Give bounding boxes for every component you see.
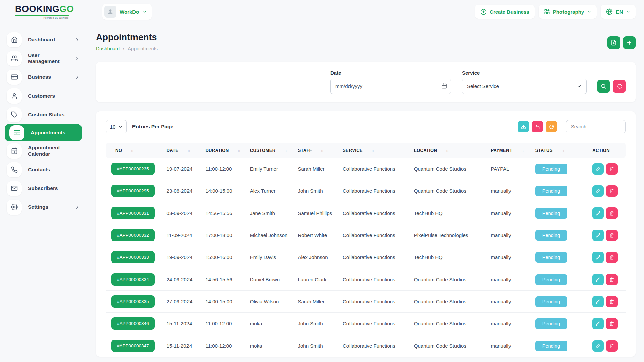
- cell-staff: Alex Johnson: [294, 246, 339, 268]
- refresh-button[interactable]: [546, 121, 557, 132]
- status-badge[interactable]: Pending: [535, 296, 567, 307]
- edit-button[interactable]: [592, 252, 604, 263]
- column-header-status[interactable]: STATUS↑↓: [532, 143, 589, 158]
- edit-button[interactable]: [592, 207, 604, 219]
- status-badge[interactable]: Pending: [535, 164, 567, 174]
- cell-service: Collaborative Functions: [339, 224, 411, 246]
- appointment-no-badge[interactable]: #APP00000333: [111, 251, 155, 263]
- service-select[interactable]: Select Service: [462, 79, 587, 94]
- chevron-right-icon: [75, 75, 80, 80]
- table-header-row: NO↑↓ DATE↑↓ DURATION↑↓ CUSTOMER↑↓ STAFF↑…: [106, 143, 626, 158]
- delete-button[interactable]: [606, 230, 618, 241]
- sidebar-item-user-management[interactable]: User Management: [0, 49, 87, 68]
- appointment-no-badge[interactable]: #APP00000334: [111, 273, 155, 286]
- status-badge[interactable]: Pending: [535, 318, 567, 329]
- delete-button[interactable]: [606, 252, 618, 263]
- edit-button[interactable]: [592, 274, 604, 285]
- edit-button[interactable]: [592, 185, 604, 197]
- user-icon: [7, 88, 22, 104]
- search-icon: [601, 83, 606, 89]
- sidebar-item-custom-status[interactable]: Custom Status: [0, 105, 87, 124]
- column-header-location[interactable]: LOCATION↑↓: [411, 143, 488, 158]
- page-title: Appointments: [96, 32, 158, 43]
- calendar-icon[interactable]: [441, 83, 447, 89]
- appointment-no-badge[interactable]: #APP00000335: [111, 295, 155, 308]
- sidebar-item-customers[interactable]: Customers: [0, 86, 87, 105]
- appointment-no-badge[interactable]: #APP00000346: [111, 317, 155, 330]
- cell-date: 03-09-2024: [163, 202, 202, 224]
- chevron-right-icon: [75, 37, 80, 42]
- status-badge[interactable]: Pending: [535, 208, 567, 219]
- cell-staff: Sarah Miller: [294, 158, 339, 180]
- export-button[interactable]: [607, 36, 620, 49]
- sidebar-item-subscribers[interactable]: Subscribers: [0, 179, 87, 198]
- entries-per-page-label: Entries Per Page: [132, 124, 173, 130]
- status-badge[interactable]: Pending: [535, 186, 567, 196]
- brand-logo[interactable]: BOOKINGGO Powered By WorkDo: [15, 5, 86, 19]
- language-dropdown[interactable]: EN: [601, 5, 636, 19]
- column-header-no[interactable]: NO↑↓: [106, 143, 163, 158]
- appointment-no-badge[interactable]: #APP00000295: [111, 185, 155, 197]
- chevron-right-icon: [75, 56, 80, 61]
- edit-button[interactable]: [592, 318, 604, 329]
- sidebar-item-contacts[interactable]: Contacts: [0, 160, 87, 179]
- create-business-button[interactable]: Create Business: [475, 5, 535, 19]
- home-icon: [7, 32, 22, 47]
- undo-button[interactable]: [532, 121, 543, 132]
- column-header-staff[interactable]: STAFF↑↓: [294, 143, 339, 158]
- cell-duration: 14:56-15:56: [202, 268, 246, 291]
- workspace-switcher[interactable]: WorkDo: [102, 4, 152, 20]
- sidebar-item-settings[interactable]: Settings: [0, 198, 87, 217]
- date-filter-input[interactable]: [330, 79, 451, 94]
- table-row: #APP00000332 11-09-2024 17:00-18:00 Mich…: [106, 224, 626, 246]
- add-appointment-button[interactable]: [623, 36, 636, 49]
- reset-filter-button[interactable]: [613, 80, 626, 93]
- delete-button[interactable]: [606, 207, 618, 219]
- status-badge[interactable]: Pending: [535, 341, 567, 351]
- edit-button[interactable]: [592, 230, 604, 241]
- appointment-no-badge[interactable]: #APP00000332: [111, 229, 155, 241]
- column-header-duration[interactable]: DURATION↑↓: [202, 143, 246, 158]
- table-row: #APP00000346 15-11-2024 11:00-12:00 moka…: [106, 313, 626, 335]
- column-header-date[interactable]: DATE↑↓: [163, 143, 202, 158]
- table-row: #APP00000295 23-08-2024 14:00-15:00 Alex…: [106, 180, 626, 202]
- delete-button[interactable]: [606, 274, 618, 285]
- powered-by-label: Powered By WorkDo: [15, 17, 69, 19]
- appointment-no-badge[interactable]: #APP00000235: [111, 163, 155, 175]
- edit-button[interactable]: [592, 296, 604, 307]
- breadcrumb-separator-icon: ›: [123, 46, 124, 51]
- cell-payment: manually: [487, 202, 532, 224]
- delete-button[interactable]: [606, 318, 618, 329]
- delete-button[interactable]: [606, 163, 618, 175]
- appointment-no-badge[interactable]: #APP00000347: [111, 340, 155, 352]
- trash-icon: [609, 233, 614, 238]
- breadcrumb-dashboard-link[interactable]: Dashboard: [96, 46, 120, 51]
- column-header-payment[interactable]: PAYMENT↑↓: [487, 143, 532, 158]
- sidebar-item-dashboard[interactable]: Dashboard: [0, 30, 87, 49]
- cell-location: Quantum Code Studios: [411, 291, 488, 313]
- sidebar-item-appointment-calendar[interactable]: Appointment Calendar: [0, 141, 87, 160]
- cell-customer: Michael Johnson: [247, 224, 294, 246]
- column-header-service[interactable]: SERVICE↑↓: [339, 143, 411, 158]
- delete-button[interactable]: [606, 185, 618, 197]
- apply-filter-button[interactable]: [597, 80, 610, 93]
- cell-date: 19-07-2024: [163, 158, 202, 180]
- search-input[interactable]: [566, 120, 626, 133]
- sidebar-item-business[interactable]: Business: [0, 68, 87, 86]
- business-type-dropdown[interactable]: Photography: [539, 5, 597, 19]
- status-badge[interactable]: Pending: [535, 252, 567, 263]
- appointment-no-badge[interactable]: #APP00000331: [111, 207, 155, 219]
- edit-button[interactable]: [592, 340, 604, 352]
- delete-button[interactable]: [606, 296, 618, 307]
- download-button[interactable]: [518, 121, 529, 132]
- cell-customer: Alex Turner: [247, 180, 294, 202]
- column-header-customer[interactable]: CUSTOMER↑↓: [247, 143, 294, 158]
- delete-button[interactable]: [606, 340, 618, 352]
- entries-per-page-select[interactable]: 10: [106, 120, 127, 133]
- status-badge[interactable]: Pending: [535, 230, 567, 241]
- pencil-icon: [596, 189, 600, 193]
- sidebar-item-appointments[interactable]: Appointments: [5, 124, 82, 141]
- cell-staff: John Smith: [294, 180, 339, 202]
- edit-button[interactable]: [592, 163, 604, 175]
- status-badge[interactable]: Pending: [535, 274, 567, 285]
